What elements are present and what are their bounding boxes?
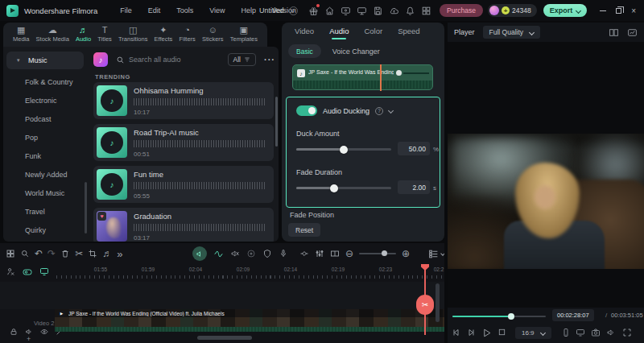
sidebar-item-folk-country[interactable]: Folk & Country bbox=[3, 73, 89, 91]
previous-frame-button[interactable] bbox=[452, 328, 461, 337]
fade-duration-value[interactable]: 2.00 bbox=[398, 180, 430, 194]
crop-icon[interactable] bbox=[88, 249, 97, 258]
tab-templates[interactable]: ▣Templates bbox=[230, 25, 258, 47]
smart-audio-icon[interactable] bbox=[192, 246, 207, 261]
list-item-track-2[interactable]: ♪ Road Trip-AI music 00:51 bbox=[93, 124, 274, 161]
audio-ducking-toggle[interactable] bbox=[296, 105, 317, 116]
list-item-track-3[interactable]: ♪ Fun time 05:55 bbox=[93, 166, 274, 203]
track-manager-icon[interactable] bbox=[428, 249, 439, 259]
tab-speed[interactable]: Speed bbox=[398, 23, 419, 39]
purchase-button[interactable]: Purchase bbox=[440, 4, 483, 17]
add-track-button[interactable]: + bbox=[27, 335, 31, 343]
more-options-button[interactable]: ··· bbox=[264, 55, 275, 64]
tab-video[interactable]: Video bbox=[295, 23, 314, 39]
account-coins[interactable]: + 24348 bbox=[488, 4, 537, 17]
subtab-basic[interactable]: Basic bbox=[288, 44, 321, 58]
export-button[interactable]: Export bbox=[543, 4, 588, 17]
marker-shield-icon[interactable] bbox=[262, 249, 272, 258]
link-clips-icon[interactable] bbox=[6, 267, 15, 276]
search-input[interactable] bbox=[129, 56, 217, 64]
timeline-video-clip[interactable]: ▶ JP Saxe - If the World Was Ending (Off… bbox=[55, 309, 444, 332]
reset-button[interactable]: Reset bbox=[288, 223, 320, 237]
select-zoom-icon[interactable] bbox=[20, 249, 30, 258]
video-preview-stage[interactable] bbox=[448, 42, 644, 308]
duck-amount-slider[interactable] bbox=[296, 148, 391, 151]
timeline-vertical-scrollbar[interactable] bbox=[436, 283, 440, 322]
redo-icon[interactable]: ↷ bbox=[47, 249, 56, 258]
selected-audio-clip[interactable]: ♪ JP Saxe - If the World Was Ending... bbox=[292, 64, 433, 90]
list-scrollbar[interactable] bbox=[275, 97, 278, 147]
fade-duration-slider[interactable] bbox=[296, 187, 391, 189]
sidebar-item-music[interactable]: ▾Music bbox=[6, 52, 84, 69]
denoise-icon[interactable] bbox=[230, 249, 240, 258]
list-item-track-1[interactable]: ♪ Ohhisama Humming 10:17 bbox=[93, 82, 274, 119]
keyframe-icon[interactable] bbox=[299, 249, 309, 258]
zoom-in-icon[interactable]: ⊕ bbox=[402, 249, 410, 258]
sidebar-item-podcast[interactable]: Podcast bbox=[3, 110, 89, 128]
hide-track-icon[interactable] bbox=[40, 328, 48, 336]
minimize-button[interactable] bbox=[600, 10, 606, 11]
more-tools-icon[interactable]: » bbox=[117, 249, 122, 259]
timeline-ruler[interactable]: 01:55 01:59 02:04 02:09 02:14 02:19 02:2… bbox=[0, 264, 444, 280]
help-icon[interactable]: ? bbox=[375, 107, 383, 115]
quality-dropdown[interactable]: Full Quality bbox=[483, 26, 541, 39]
sidebar-item-funk[interactable]: Funk bbox=[3, 147, 89, 165]
voiceover-mic-icon[interactable] bbox=[279, 249, 288, 258]
sidebar-item-travel[interactable]: Travel bbox=[3, 203, 89, 221]
sidebar-item-electronic[interactable]: Electronic bbox=[3, 92, 89, 110]
audio-mixer-icon[interactable] bbox=[315, 249, 324, 258]
restore-button[interactable] bbox=[616, 8, 621, 14]
menu-file[interactable]: File bbox=[120, 6, 132, 14]
tab-effects[interactable]: ✦Effects bbox=[155, 25, 173, 47]
undo-icon[interactable]: ↶ bbox=[35, 249, 43, 258]
auto-ripple-icon[interactable] bbox=[23, 268, 32, 276]
timeline-horizontal-scrollbar[interactable] bbox=[197, 336, 252, 340]
playhead-split-button[interactable]: ✂ bbox=[416, 295, 434, 315]
category-scrollbar[interactable] bbox=[85, 182, 87, 233]
duck-amount-thumb[interactable] bbox=[340, 146, 348, 154]
chevron-down-icon[interactable] bbox=[388, 108, 394, 114]
lock-track-icon[interactable] bbox=[10, 328, 18, 336]
filter-all-button[interactable]: All bbox=[228, 53, 256, 66]
subtab-voice-changer[interactable]: Voice Changer bbox=[332, 48, 380, 56]
snapshot-icon[interactable] bbox=[591, 328, 601, 337]
sidebar-item-quirky[interactable]: Quirky bbox=[3, 221, 89, 239]
tab-color[interactable]: Color bbox=[364, 23, 382, 39]
tab-stickers[interactable]: ☺Stickers bbox=[202, 25, 224, 47]
level-meter-icon[interactable] bbox=[627, 27, 638, 38]
duck-amount-value[interactable]: 50.00 bbox=[398, 142, 430, 155]
next-frame-button[interactable] bbox=[466, 328, 476, 337]
stop-button[interactable] bbox=[497, 328, 506, 337]
display-icon[interactable] bbox=[356, 5, 367, 16]
aspect-ratio-dropdown[interactable]: 16:9 bbox=[515, 327, 551, 339]
tab-transitions[interactable]: ◫Transitions bbox=[118, 25, 147, 47]
split-view-icon[interactable] bbox=[330, 249, 340, 258]
render-preview-icon[interactable] bbox=[39, 267, 49, 276]
zoom-slider-thumb[interactable] bbox=[382, 250, 387, 256]
tab-audio[interactable]: ♬Audio bbox=[76, 25, 91, 47]
workspace-layout-icon[interactable] bbox=[420, 5, 431, 16]
fullscreen-icon[interactable] bbox=[622, 328, 632, 337]
record-icon[interactable] bbox=[246, 249, 256, 258]
project-menu-button[interactable] bbox=[289, 6, 298, 15]
mirror-display-icon[interactable] bbox=[576, 328, 585, 337]
sidebar-item-newly-added[interactable]: Newly Added bbox=[3, 166, 89, 184]
screen-record-icon[interactable] bbox=[340, 5, 351, 16]
menu-help[interactable]: Help bbox=[242, 6, 257, 14]
tab-audio-props[interactable]: Audio bbox=[329, 23, 349, 39]
delete-icon[interactable] bbox=[60, 249, 70, 258]
multi-view-icon[interactable] bbox=[609, 27, 619, 38]
tab-titles[interactable]: TTitles bbox=[97, 25, 112, 47]
menu-edit[interactable]: Edit bbox=[148, 6, 161, 14]
save-icon[interactable] bbox=[372, 5, 383, 16]
tab-filters[interactable]: ◔Filters bbox=[179, 25, 195, 47]
beat-detection-icon[interactable]: ♬ bbox=[102, 249, 112, 258]
progress-thumb[interactable] bbox=[508, 313, 514, 320]
audio-ducking-icon[interactable] bbox=[213, 249, 224, 259]
fade-duration-thumb[interactable] bbox=[330, 184, 338, 192]
music-brand-icon[interactable]: ♪ bbox=[93, 52, 108, 67]
clip-volume-knob[interactable] bbox=[396, 70, 402, 76]
bell-icon[interactable] bbox=[404, 5, 415, 16]
layout-grid-icon[interactable] bbox=[6, 249, 15, 258]
tab-media[interactable]: ▦Media bbox=[13, 25, 29, 47]
